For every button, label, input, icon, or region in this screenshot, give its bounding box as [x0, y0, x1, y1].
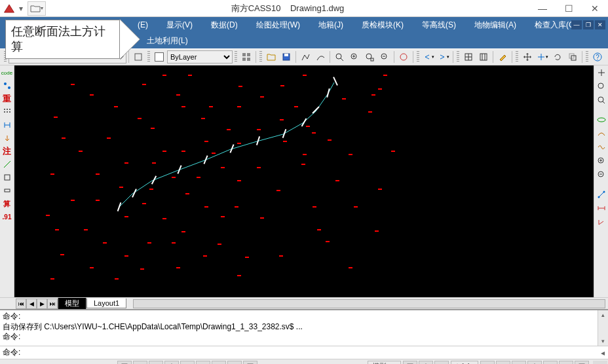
annotation-scale-button[interactable]: ⅄ 1:1▾	[451, 361, 478, 365]
toolbar-grip-icon[interactable]	[516, 51, 518, 63]
tab-next-button[interactable]: ▶	[37, 299, 47, 309]
tab-model[interactable]: 模型	[58, 298, 86, 310]
open-folder-button[interactable]: ▾	[28, 1, 46, 16]
app-logo-icon[interactable]	[1, 1, 17, 16]
save-icon[interactable]	[279, 50, 294, 64]
lwt-toggle[interactable]	[227, 361, 242, 365]
zhu-button[interactable]: 注	[1, 145, 13, 157]
annotation-auto-icon[interactable]	[496, 361, 510, 365]
chong-button[interactable]: 重	[1, 93, 13, 105]
rotate-icon[interactable]	[550, 50, 565, 64]
h-tool-icon[interactable]	[1, 119, 13, 131]
toolbar-lock-icon[interactable]	[527, 361, 542, 365]
workspace-switch-icon[interactable]	[512, 361, 526, 365]
maximize-button[interactable]: ☐	[556, 1, 582, 16]
table-icon[interactable]	[461, 50, 476, 64]
tab-first-button[interactable]: ⏮	[16, 299, 26, 309]
zoom-out-icon[interactable]	[596, 169, 607, 181]
polar-toggle[interactable]	[164, 361, 179, 365]
toolbar-grip-icon[interactable]	[147, 51, 150, 63]
qprops-toggle[interactable]	[243, 361, 257, 365]
move-arrow-icon[interactable]: ▾	[535, 50, 550, 64]
refresh-icon[interactable]	[396, 50, 411, 64]
annotation-vis-icon[interactable]: ⅄	[480, 361, 495, 365]
mdi-restore-button[interactable]: ❐	[583, 20, 594, 29]
toolbar-grip-icon[interactable]	[457, 51, 459, 63]
ortho-toggle[interactable]	[149, 361, 163, 365]
zoom-realtime-icon[interactable]	[596, 81, 607, 92]
menu-quality[interactable]: 质检模块(K)	[352, 17, 413, 33]
arrow-tool-icon[interactable]	[1, 132, 13, 144]
orbit-icon[interactable]	[596, 114, 607, 126]
dimension-icon[interactable]	[596, 202, 607, 214]
angle-icon[interactable]	[596, 216, 607, 228]
menu-contour[interactable]: 等高线(S)	[413, 17, 465, 33]
menu-landuse[interactable]: 土地利用(L)	[138, 35, 197, 46]
annotation-scale-icon[interactable]: ⅄	[434, 361, 449, 365]
rect-tool-icon[interactable]	[1, 172, 13, 183]
zoom-out-icon[interactable]	[377, 50, 392, 64]
help-icon[interactable]: ?	[590, 50, 605, 64]
menu-display[interactable]: 显示(V)	[157, 17, 202, 33]
tray-expand-icon[interactable]: ▾	[593, 361, 607, 365]
drawing-canvas[interactable]	[14, 65, 594, 297]
toolbar-grip-icon[interactable]	[586, 51, 588, 63]
curve-tool-icon[interactable]	[596, 141, 607, 153]
scroll-up-icon[interactable]: ▴	[598, 310, 608, 319]
undo-icon[interactable]: ▾	[421, 50, 436, 64]
command-input[interactable]	[20, 348, 598, 357]
hardware-accel-icon[interactable]	[543, 361, 558, 365]
dyn-toggle[interactable]	[212, 361, 226, 365]
zoom-in-icon[interactable]	[596, 155, 607, 167]
cmd-scrollbar[interactable]: ▴ ▾	[598, 310, 608, 346]
redo-icon[interactable]: ▾	[436, 50, 451, 64]
tool-icon[interactable]	[1, 80, 13, 92]
status-tool-2[interactable]	[419, 361, 433, 365]
grid-toggle[interactable]	[133, 361, 147, 365]
menu-data[interactable]: 数据(D)	[202, 17, 247, 33]
toolbar-grip-icon[interactable]	[259, 51, 262, 63]
tab-prev-button[interactable]: ◀	[26, 299, 37, 309]
offset-icon[interactable]	[565, 50, 580, 64]
isolate-icon[interactable]	[559, 361, 573, 365]
zoom-window-icon[interactable]	[347, 50, 362, 64]
model-space-button[interactable]: 模型	[368, 361, 401, 365]
menu-cadastre[interactable]: 地籍(J)	[309, 17, 352, 33]
trim-tool-icon[interactable]	[1, 185, 13, 196]
clean-screen-icon[interactable]	[575, 361, 589, 365]
app-menu-dropdown-icon[interactable]: ▾	[17, 1, 25, 16]
grid-tool-icon[interactable]	[1, 106, 13, 118]
mdi-minimize-button[interactable]: —	[571, 20, 582, 29]
arc-icon[interactable]	[313, 50, 328, 64]
zoom-extents-icon[interactable]	[362, 50, 377, 64]
menu-terrain[interactable]: 地物编辑(A)	[465, 17, 525, 33]
move-icon[interactable]	[520, 50, 535, 64]
properties-icon[interactable]	[239, 50, 254, 64]
tab-last-button[interactable]: ⏭	[47, 299, 58, 309]
osnap-toggle[interactable]	[180, 361, 195, 365]
toolbar-grip-icon[interactable]	[235, 51, 237, 63]
close-button[interactable]: ✕	[582, 1, 608, 16]
grid-icon[interactable]	[476, 50, 491, 64]
line-segment-icon[interactable]	[596, 189, 607, 200]
otrack-toggle[interactable]	[196, 361, 210, 365]
zoom-win-icon[interactable]	[596, 94, 607, 106]
brush-icon[interactable]	[495, 50, 510, 64]
mdi-close-button[interactable]: ✕	[595, 20, 605, 29]
horizontal-scrollbar[interactable]	[133, 299, 605, 308]
open-icon[interactable]	[264, 50, 278, 64]
color-picker-button[interactable]	[152, 50, 166, 64]
status-tool-1[interactable]	[403, 361, 417, 365]
pan-icon[interactable]	[596, 67, 607, 79]
arc-tool-icon[interactable]	[596, 128, 607, 139]
minimize-button[interactable]: —	[529, 1, 556, 16]
toolbar-grip-icon[interactable]	[417, 51, 419, 63]
snap-toggle[interactable]	[117, 361, 132, 365]
menu-draw[interactable]: 绘图处理(W)	[247, 17, 309, 33]
cmd-side-arrow-icon[interactable]: ◂	[598, 348, 608, 357]
line-tool-icon[interactable]	[1, 158, 13, 170]
scroll-down-icon[interactable]: ▾	[598, 337, 608, 346]
color-dropdown[interactable]: ByLayer	[167, 50, 233, 64]
num-button[interactable]: .91	[1, 211, 13, 223]
zoom-icon[interactable]	[332, 50, 347, 64]
